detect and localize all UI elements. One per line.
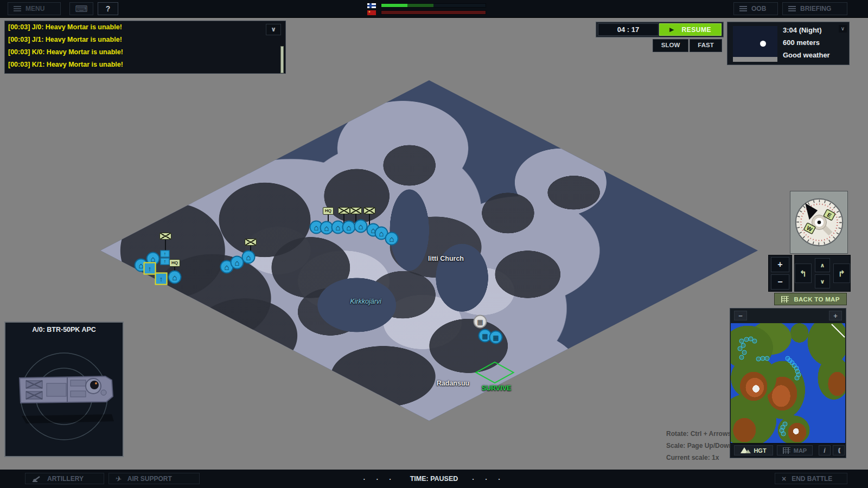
finland-strength-bar <box>381 3 486 8</box>
log-scrollbar[interactable] <box>280 46 284 73</box>
unit-bridge[interactable]: ▦ <box>474 315 487 329</box>
minimap-unit-dot <box>795 376 800 381</box>
back-to-map-button[interactable]: BACK TO MAP <box>774 293 847 305</box>
unit-mortar: ↑ <box>161 258 170 265</box>
help-label: ? <box>106 4 111 13</box>
apc-vehicle <box>20 376 114 423</box>
unit-msq[interactable]: ↑ <box>144 262 156 275</box>
artillery-label: ARTILLERY <box>47 475 84 483</box>
log-message: [00:03] J/0: Heavy Mortar is unable! <box>5 21 285 34</box>
map-label: SURVIVE <box>482 384 512 392</box>
play-icon: ▶ <box>669 26 674 33</box>
hq-tag[interactable]: HQ <box>169 259 180 267</box>
moon-icon <box>760 41 766 47</box>
compass[interactable]: E W <box>793 196 845 248</box>
grid-icon <box>781 296 789 303</box>
soviet-flag-icon <box>367 10 376 16</box>
soviet-row <box>367 9 492 16</box>
artillery-button[interactable]: ARTILLERY <box>25 473 104 484</box>
airplane-icon: ✈ <box>114 473 123 483</box>
minimap-unit-dot <box>752 339 757 344</box>
pitch-buttons: ∧ ∨ <box>815 258 830 288</box>
briefing-button[interactable]: BRIEFING <box>782 2 847 15</box>
menu-button[interactable]: MENU <box>8 2 61 15</box>
end-battle-label: END BATTLE <box>792 475 832 483</box>
message-list: [00:03] J/0: Heavy Mortar is unable![00:… <box>5 21 285 71</box>
finland-row <box>367 2 492 9</box>
rotate-left-button[interactable]: ↰ <box>795 264 812 283</box>
minimap-hgt-button[interactable]: HGT <box>734 445 773 455</box>
minimap-info-button[interactable]: i <box>819 445 831 455</box>
map-hint: Rotate: Ctrl + Arrows <box>666 428 733 440</box>
minimap-canvas[interactable] <box>731 323 845 445</box>
unit-apc[interactable]: ⌂ <box>354 220 368 233</box>
fast-button[interactable]: FAST <box>690 39 722 52</box>
zoom-out-button[interactable]: − <box>771 274 789 290</box>
menu-label: MENU <box>25 5 44 12</box>
minimap-zoom-in-button[interactable]: + <box>829 311 842 320</box>
infantry-tag[interactable] <box>338 207 350 214</box>
top-bar: MENU ⌨ ? <box>0 0 868 18</box>
log-message: [00:03] J/1: Heavy Mortar is unable! <box>5 34 285 46</box>
unit-apc[interactable]: ⌂ <box>385 232 399 246</box>
oob-icon <box>739 6 747 11</box>
ground-strip <box>733 57 777 62</box>
visibility: 600 meters <box>783 36 830 49</box>
air-support-label: AIR SUPPORT <box>127 475 172 483</box>
unit-mpair[interactable]: ↑↑ <box>161 251 170 265</box>
resume-button[interactable]: ▶ RESUME <box>659 23 722 36</box>
infantry-tag[interactable] <box>245 239 257 246</box>
selected-unit-panel: A/0: BTR-50PK APC <box>4 322 124 457</box>
close-icon: × <box>782 474 786 483</box>
pitch-up-button[interactable]: ∧ <box>815 258 830 272</box>
infantry-tag[interactable] <box>350 207 362 214</box>
minimap-signal-button[interactable]: (( <box>833 445 845 455</box>
resume-label: RESUME <box>682 26 711 34</box>
conditions-collapse-button[interactable]: ∨ <box>839 25 847 33</box>
zoom-in-button[interactable]: + <box>771 257 789 272</box>
hgt-label: HGT <box>754 447 766 454</box>
oob-label: OOB <box>751 5 766 12</box>
dots-right: · · · <box>472 475 505 483</box>
minimap-unit-dot <box>742 350 747 355</box>
minimap-view-indicator <box>831 324 845 337</box>
minimap-header: − + <box>730 309 846 324</box>
help-button[interactable]: ? <box>98 2 118 15</box>
keyboard-icon: ⌨ <box>75 4 87 14</box>
end-battle-button[interactable]: × END BATTLE <box>775 473 847 484</box>
log-message: [00:03] K/1: Heavy Mortar is unable! <box>5 59 285 71</box>
keyboard-shortcuts-button[interactable]: ⌨ <box>69 2 93 15</box>
slow-button[interactable]: SLOW <box>653 39 688 52</box>
log-collapse-button[interactable]: ∨ <box>266 24 281 35</box>
unit-top-view <box>5 330 123 455</box>
mountain-icon <box>741 447 750 453</box>
hq-tag[interactable]: HQ <box>323 207 334 215</box>
minimap-zoom-out-button[interactable]: − <box>734 311 747 320</box>
oob-button[interactable]: OOB <box>733 2 778 15</box>
minimap-unit-dot <box>739 355 744 360</box>
infantry-tag[interactable] <box>159 233 171 240</box>
map-label: MAP <box>794 447 807 454</box>
air-support-button[interactable]: ✈ AIR SUPPORT <box>108 473 200 484</box>
minimap-map-button[interactable]: MAP <box>777 445 813 455</box>
minimap-panel: − + HGT MAP i (( <box>730 308 846 458</box>
map-grid-icon <box>783 447 790 454</box>
artillery-icon <box>32 475 42 482</box>
battle-map[interactable] <box>100 80 758 421</box>
faction-strength <box>367 2 492 16</box>
unit-mortar: ↑ <box>161 251 170 258</box>
unit-apc[interactable]: ⌂ <box>168 271 182 284</box>
time-control-panel: 04 : 17 ▶ RESUME <box>596 22 724 37</box>
bottom-bar: · · · TIME: PAUSED · · · ARTILLERY ✈ AIR… <box>0 470 868 488</box>
briefing-list-icon <box>788 6 796 11</box>
unit-bridge[interactable]: ▦ <box>489 331 503 344</box>
pitch-down-button[interactable]: ∨ <box>815 274 830 288</box>
infantry-tag[interactable] <box>363 207 375 214</box>
map-hint: Scale: Page Up/Down <box>666 440 733 452</box>
back-to-map-label: BACK TO MAP <box>794 296 839 303</box>
unit-apc[interactable]: ⌂ <box>242 251 256 264</box>
finland-flag-icon <box>367 3 376 9</box>
unit-msq[interactable]: ↑ <box>155 273 168 285</box>
soviet-bar-dim <box>381 11 486 14</box>
rotate-right-button[interactable]: ↱ <box>833 264 850 283</box>
